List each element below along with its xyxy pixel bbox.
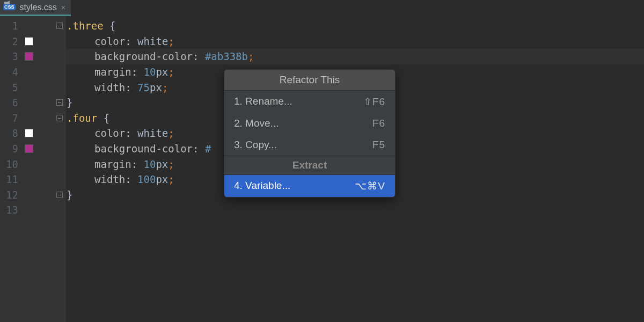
color-swatch-icon[interactable] <box>25 37 33 46</box>
editor: 1 2 3 4 5 6 7 8 9 10 11 12 13 .three { c… <box>0 16 644 322</box>
menu-item-copy[interactable]: 3. Copy... F5 <box>224 134 395 156</box>
selector-token: .three <box>67 20 104 32</box>
property-token: width <box>94 173 125 185</box>
line-number: 4 <box>4 66 18 78</box>
line-number: 9 <box>4 143 18 155</box>
brace-token: } <box>67 189 72 201</box>
code-line[interactable]: .three { <box>65 18 644 34</box>
code-line[interactable] <box>65 202 644 218</box>
close-icon[interactable]: × <box>61 3 65 12</box>
menu-item-shortcut: F5 <box>372 139 385 151</box>
line-number: 2 <box>4 35 18 47</box>
number-token: 100 <box>137 173 156 185</box>
line-number: 11 <box>4 173 18 185</box>
code-line[interactable]: color: white; <box>65 34 644 49</box>
value-token: # <box>205 143 211 155</box>
menu-item-shortcut: ⌥⌘V <box>355 180 385 192</box>
property-token: color <box>94 127 125 139</box>
property-token: width <box>94 82 125 93</box>
color-swatch-icon[interactable] <box>25 144 33 153</box>
line-number: 8 <box>4 127 18 139</box>
number-token: 10 <box>144 158 156 170</box>
tab-styles-css[interactable]: CSS styles.css × <box>0 0 71 16</box>
refactor-popup: Refactor This 1. Rename... ⇧F6 2. Move..… <box>224 69 396 197</box>
tab-bar: CSS styles.css × <box>0 0 644 16</box>
code-line-current[interactable]: background-color: #ab338b; <box>65 49 644 64</box>
menu-item-move[interactable]: 2. Move... F6 <box>224 113 395 134</box>
selector-token: .four <box>67 112 97 124</box>
menu-item-label: 2. Move... <box>234 118 279 129</box>
brace-token: { <box>104 20 116 32</box>
menu-item-rename[interactable]: 1. Rename... ⇧F6 <box>224 91 395 113</box>
color-swatch-icon[interactable] <box>25 52 33 61</box>
value-token: #ab338b <box>205 50 248 62</box>
menu-item-label: 1. Rename... <box>234 96 292 108</box>
popup-title: Refactor This <box>224 70 395 91</box>
fold-toggle-icon[interactable] <box>56 115 63 121</box>
fold-toggle-icon[interactable] <box>56 23 63 29</box>
line-number: 5 <box>4 82 18 93</box>
value-token: white <box>137 127 168 139</box>
fold-toggle-icon[interactable] <box>56 99 63 106</box>
tab-filename: styles.css <box>20 3 57 12</box>
property-token: margin <box>94 158 131 170</box>
menu-item-shortcut: ⇧F6 <box>363 96 385 108</box>
menu-item-variable[interactable]: 4. Variable... ⌥⌘V <box>224 175 395 197</box>
number-token: 10 <box>144 66 156 78</box>
menu-item-label: 3. Copy... <box>234 139 277 151</box>
fold-toggle-icon[interactable] <box>56 192 63 198</box>
line-number: 3 <box>4 50 18 62</box>
menu-item-shortcut: F6 <box>372 118 385 129</box>
line-number: 1 <box>4 20 18 32</box>
popup-section-extract: Extract <box>224 156 395 175</box>
menu-item-label: 4. Variable... <box>234 180 290 192</box>
property-token: color <box>94 35 125 47</box>
number-token: 75 <box>137 82 150 93</box>
value-token: white <box>137 35 168 47</box>
brace-token: { <box>97 112 109 124</box>
gutter: 1 2 3 4 5 6 7 8 9 10 11 12 13 <box>0 16 54 322</box>
line-number: 10 <box>4 158 18 170</box>
line-number: 7 <box>4 112 18 124</box>
line-number: 6 <box>4 97 18 108</box>
property-token: margin <box>94 66 131 78</box>
line-number: 13 <box>4 204 18 216</box>
color-swatch-icon[interactable] <box>25 129 33 137</box>
brace-token: } <box>67 97 72 108</box>
fold-gutter <box>54 16 65 322</box>
line-number: 12 <box>4 189 18 201</box>
property-token: background-color <box>94 50 193 62</box>
property-token: background-color <box>94 143 193 155</box>
css-file-icon: CSS <box>3 4 16 10</box>
